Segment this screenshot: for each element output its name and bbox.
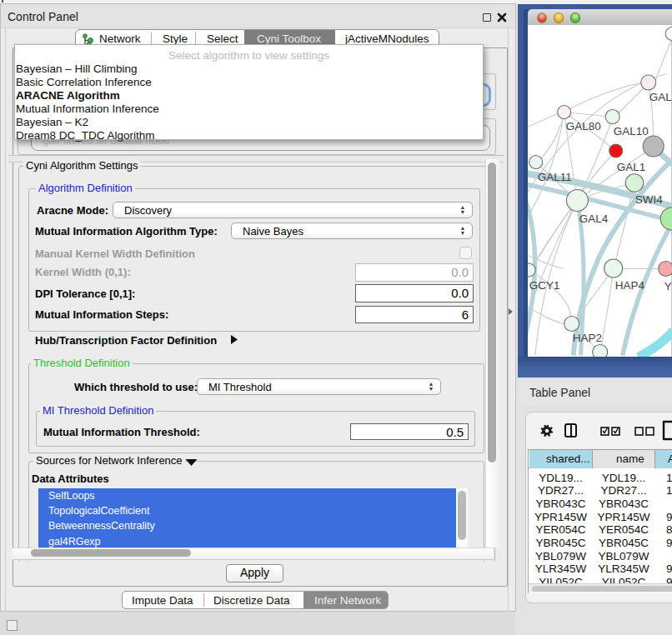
svg-text:HAP4: HAP4 xyxy=(615,279,645,292)
svg-text:SWI4: SWI4 xyxy=(635,193,663,206)
svg-text:GAL4: GAL4 xyxy=(579,212,609,225)
svg-text:Y: Y xyxy=(664,280,672,292)
svg-text:GAL7: GAL7 xyxy=(649,90,672,102)
svg-text:GCY1: GCY1 xyxy=(529,279,560,292)
svg-text:GAL11: GAL11 xyxy=(538,170,572,182)
svg-text:GAL10: GAL10 xyxy=(614,124,649,137)
svg-text:GAL80: GAL80 xyxy=(566,119,601,132)
svg-text:GAL1: GAL1 xyxy=(617,160,645,172)
svg-text:HAP2: HAP2 xyxy=(573,332,602,344)
